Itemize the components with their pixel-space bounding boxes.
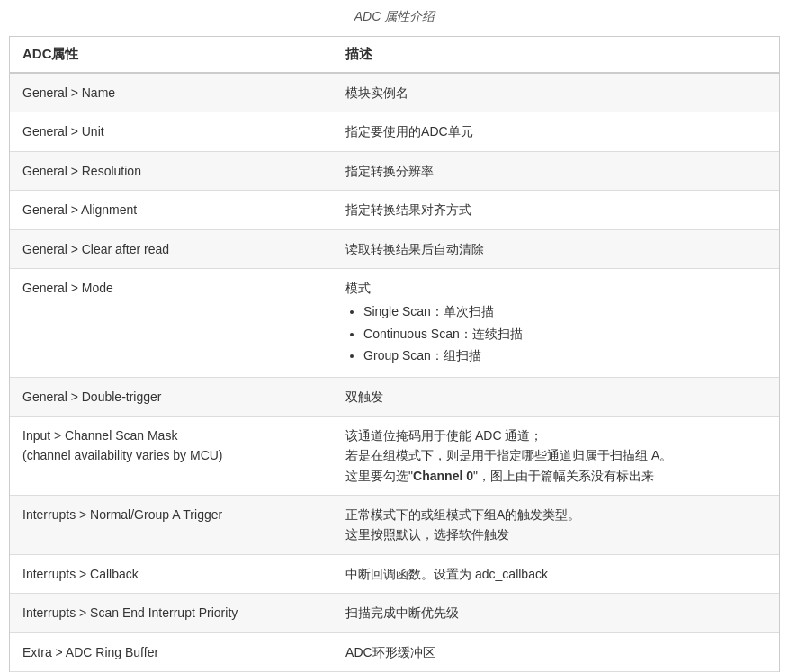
description-cell: 指定要使用的ADC单元 [333,112,779,151]
table-row: Interrupts > Normal/Group A Trigger正常模式下… [10,496,779,555]
col-header-property: ADC属性 [10,37,333,73]
table-row: General > Resolution指定转换分辨率 [10,151,779,190]
property-cell: General > Mode [10,268,333,377]
property-cell: Input > Channel Scan Mask (channel avail… [10,416,333,495]
description-cell: 中断回调函数。设置为 adc_callback [333,554,779,593]
adc-table: ADC属性 描述 General > Name模块实例名General > Un… [10,37,779,672]
description-cell: 扫描完成中断优先级 [333,594,779,632]
table-container: ADC属性 描述 General > Name模块实例名General > Un… [9,36,780,672]
table-row: General > Unit指定要使用的ADC单元 [10,112,779,151]
property-cell: Interrupts > Scan End Interrupt Priority [10,594,333,632]
bullet-item: Group Scan：组扫描 [363,345,767,365]
description-cell: 读取转换结果后自动清除 [333,229,779,268]
table-row: Extra > ADC Ring BufferADC环形缓冲区 [10,632,779,671]
description-cell: ADC环形缓冲区 [333,632,779,671]
table-row: General > Double-trigger双触发 [10,377,779,416]
property-cell: General > Resolution [10,151,333,190]
description-cell: 正常模式下的或组模式下组A的触发类型。 这里按照默认，选择软件触发 [333,496,779,555]
table-header-row: ADC属性 描述 [10,37,779,73]
table-row: General > Clear after read读取转换结果后自动清除 [10,229,779,268]
property-cell: General > Clear after read [10,229,333,268]
description-cell: 指定转换分辨率 [333,151,779,190]
col-header-description: 描述 [333,37,779,73]
table-row: General > Name模块实例名 [10,73,779,112]
bullet-item: Single Scan：单次扫描 [363,301,767,321]
description-cell: 模式Single Scan：单次扫描Continuous Scan：连续扫描Gr… [333,268,779,377]
property-cell: General > Double-trigger [10,377,333,416]
table-row: General > Mode模式Single Scan：单次扫描Continuo… [10,268,779,377]
property-cell: Extra > ADC Ring Buffer [10,632,333,671]
table-row: Input > Channel Scan Mask (channel avail… [10,416,779,495]
property-cell: Interrupts > Callback [10,554,333,593]
bullet-item: Continuous Scan：连续扫描 [363,324,767,344]
description-cell: 双触发 [333,377,779,416]
description-cell: 模块实例名 [333,73,779,112]
description-cell: 该通道位掩码用于使能 ADC 通道；若是在组模式下，则是用于指定哪些通道归属于扫… [333,416,779,495]
property-cell: General > Alignment [10,191,333,229]
property-cell: General > Name [10,73,333,112]
table-row: General > Alignment指定转换结果对齐方式 [10,191,779,229]
property-cell: General > Unit [10,112,333,151]
page-title: ADC 属性介绍 [9,9,780,25]
table-row: Interrupts > Scan End Interrupt Priority… [10,594,779,632]
property-cell: Interrupts > Normal/Group A Trigger [10,496,333,555]
table-row: Interrupts > Callback中断回调函数。设置为 adc_call… [10,554,779,593]
description-cell: 指定转换结果对齐方式 [333,191,779,229]
